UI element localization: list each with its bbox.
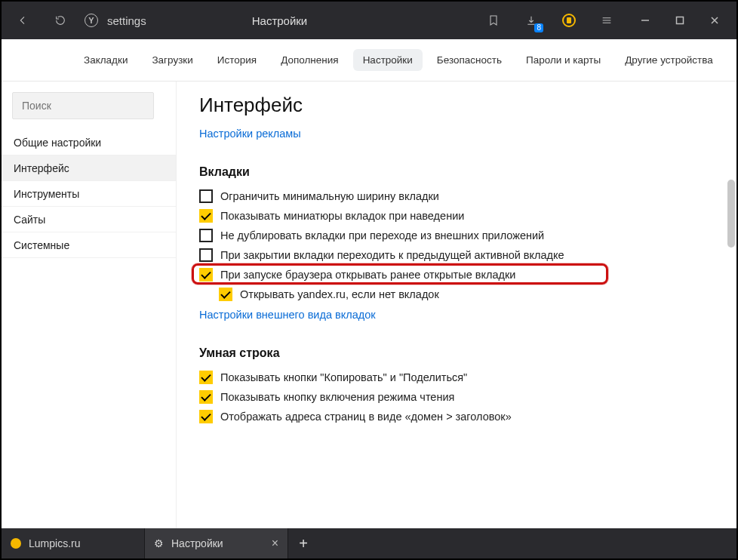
titlebar: Y settings Настройки 8 — [2, 2, 736, 39]
page-title: Настройки — [252, 14, 308, 27]
settings-tab-2[interactable]: История — [208, 49, 266, 71]
smartline-checkbox-2[interactable] — [199, 410, 213, 423]
minimize-button[interactable] — [628, 4, 663, 37]
ads-settings-link[interactable]: Настройки рекламы — [199, 128, 714, 140]
new-tab-button[interactable]: + — [288, 528, 318, 558]
tabs-label-4: При запуске браузера открывать ранее отк… — [220, 269, 515, 281]
browser-tab-0[interactable]: Lumpics.ru — [2, 528, 145, 558]
tabs-checkbox-2[interactable] — [199, 229, 213, 242]
sidebar-item-0[interactable]: Общие настройки — [2, 130, 176, 155]
search-input[interactable] — [12, 92, 154, 119]
tabs-option-2: Не дублировать вкладки при переходе из в… — [199, 229, 714, 242]
tabs-checkbox-3[interactable] — [199, 248, 213, 262]
tabs-checkbox-5[interactable] — [219, 288, 232, 301]
window-controls — [628, 4, 732, 37]
sidebar-item-2[interactable]: Инструменты — [2, 181, 176, 207]
section-tabs-title: Вкладки — [199, 165, 714, 179]
smartline-option-2: Отображать адреса страниц в виде «домен … — [199, 410, 714, 423]
smartline-checkbox-1[interactable] — [199, 390, 213, 404]
sidebar-item-3[interactable]: Сайты — [2, 207, 176, 232]
browser-tab-1[interactable]: ⚙Настройки× — [145, 528, 288, 558]
tab-strip: Lumpics.ru⚙Настройки×+ — [2, 528, 736, 558]
tabs-option-5: Открывать yandex.ru, если нет вкладок — [219, 288, 714, 301]
settings-tab-4[interactable]: Настройки — [353, 49, 423, 71]
settings-tabs: ЗакладкиЗагрузкиИсторияДополненияНастрой… — [2, 39, 736, 82]
back-button[interactable] — [6, 4, 39, 37]
tabs-checkbox-1[interactable] — [199, 209, 213, 223]
yandex-icon: Y — [85, 14, 98, 27]
svg-rect-0 — [677, 17, 684, 24]
address-bar[interactable]: Y settings — [81, 4, 149, 37]
smartline-label-1: Показывать кнопку включения режима чтени… — [220, 391, 454, 403]
smartline-label-0: Показывать кнопки "Копировать" и "Подели… — [220, 371, 467, 383]
smartline-checkbox-0[interactable] — [199, 371, 213, 384]
browser-window: Y settings Настройки 8 ЗакладкиЗагрузкиИ… — [0, 0, 738, 560]
tabs-checkbox-0[interactable] — [199, 189, 213, 203]
settings-tab-3[interactable]: Дополнения — [271, 49, 348, 71]
tabs-option-4: При запуске браузера открывать ранее отк… — [199, 268, 714, 282]
bookmark-icon[interactable] — [477, 4, 510, 37]
main-panel: Интерфейс Настройки рекламы Вкладки Огра… — [177, 82, 736, 528]
settings-tab-1[interactable]: Загрузки — [142, 49, 202, 71]
reload-button[interactable] — [44, 4, 77, 37]
tabs-appearance-link[interactable]: Настройки внешнего вида вкладок — [199, 309, 714, 321]
settings-tab-6[interactable]: Пароли и карты — [516, 49, 610, 71]
sidebar-item-4[interactable]: Системные — [2, 232, 176, 258]
browser-tab-label: Lumpics.ru — [29, 537, 80, 549]
tab-close-icon[interactable]: × — [272, 537, 278, 550]
settings-tab-7[interactable]: Другие устройства — [615, 49, 723, 71]
tabs-option-0: Ограничить минимальную ширину вкладки — [199, 189, 714, 203]
settings-tab-5[interactable]: Безопасность — [427, 49, 512, 71]
favicon-icon — [11, 538, 21, 549]
sidebar: Общие настройкиИнтерфейсИнструментыСайты… — [2, 82, 177, 528]
vpn-icon[interactable] — [552, 4, 586, 37]
smartline-option-1: Показывать кнопку включения режима чтени… — [199, 390, 714, 404]
tabs-checkbox-4[interactable] — [199, 268, 213, 282]
smartline-option-0: Показывать кнопки "Копировать" и "Подели… — [199, 371, 714, 384]
tabs-label-3: При закрытии вкладки переходить к предыд… — [220, 249, 564, 261]
tabs-label-1: Показывать миниатюры вкладок при наведен… — [220, 210, 464, 222]
tabs-label-2: Не дублировать вкладки при переходе из в… — [220, 229, 544, 242]
tabs-label-5: Открывать yandex.ru, если нет вкладок — [240, 288, 439, 300]
gear-icon: ⚙ — [154, 537, 164, 549]
address-text: settings — [107, 14, 146, 27]
downloads-badge: 8 — [534, 23, 543, 32]
tabs-option-1: Показывать миниатюры вкладок при наведен… — [199, 209, 714, 223]
menu-button[interactable] — [590, 4, 623, 37]
smartline-label-2: Отображать адреса страниц в виде «домен … — [220, 411, 512, 423]
heading-interface: Интерфейс — [199, 94, 714, 117]
tabs-option-3: При закрытии вкладки переходить к предыд… — [199, 248, 714, 262]
browser-tab-label: Настройки — [171, 537, 223, 549]
downloads-button[interactable]: 8 — [515, 4, 548, 37]
tabs-label-0: Ограничить минимальную ширину вкладки — [220, 190, 439, 202]
scrollbar-thumb[interactable] — [727, 180, 735, 248]
settings-tab-0[interactable]: Закладки — [74, 49, 137, 71]
section-smartline-title: Умная строка — [199, 346, 714, 360]
maximize-button[interactable] — [663, 4, 697, 37]
close-button[interactable] — [697, 4, 732, 37]
content-area: Общие настройкиИнтерфейсИнструментыСайты… — [2, 82, 736, 528]
sidebar-item-1[interactable]: Интерфейс — [2, 155, 176, 181]
